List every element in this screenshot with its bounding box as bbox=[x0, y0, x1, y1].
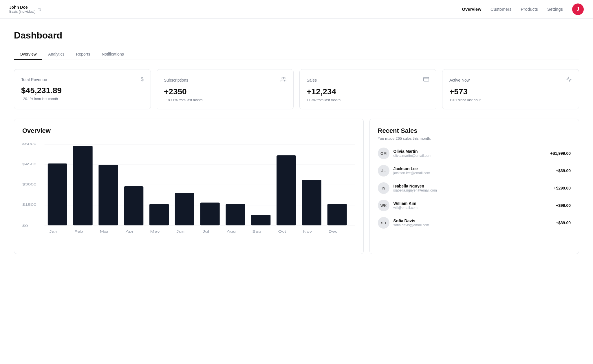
svg-text:Apr: Apr bbox=[126, 230, 133, 233]
svg-rect-1 bbox=[424, 77, 429, 81]
stat-card-sales-value: +12,234 bbox=[307, 87, 429, 96]
navbar: John Doe Basic (individual) ⇅ Overview C… bbox=[0, 0, 593, 19]
svg-rect-21 bbox=[251, 215, 270, 225]
sales-item: JL Jackson Lee jackson.lee@email.com +$3… bbox=[378, 165, 571, 177]
bar-chart: $6000 $4500 $3000 $1500 $0 bbox=[22, 141, 355, 246]
sales-item-info: Jackson Lee jackson.lee@email.com bbox=[393, 166, 552, 175]
svg-text:Jul: Jul bbox=[203, 230, 209, 233]
sales-item-amount: +$99.00 bbox=[556, 203, 571, 208]
tab-overview[interactable]: Overview bbox=[14, 49, 42, 60]
nav-user-info: John Doe Basic (individual) bbox=[9, 5, 36, 14]
nav-link-overview[interactable]: Overview bbox=[462, 7, 481, 12]
nav-user: John Doe Basic (individual) ⇅ bbox=[9, 5, 41, 14]
stat-card-active-change: +201 since last hour bbox=[449, 98, 572, 102]
chevron-up-down-icon[interactable]: ⇅ bbox=[38, 7, 41, 12]
recent-sales-subtitle: You made 265 sales this month. bbox=[378, 136, 571, 141]
nav-link-settings[interactable]: Settings bbox=[547, 7, 563, 12]
sales-item-name: Sofia Davis bbox=[393, 218, 552, 223]
sales-item-email: sofia.davis@email.com bbox=[393, 223, 552, 227]
nav-user-plan: Basic (individual) bbox=[9, 10, 36, 14]
svg-rect-22 bbox=[277, 155, 296, 225]
sales-item: WK William Kim will@email.com +$99.00 bbox=[378, 200, 571, 211]
stat-card-active-header: Active Now bbox=[449, 76, 572, 84]
svg-text:Sep: Sep bbox=[252, 230, 261, 233]
stat-card-active-label: Active Now bbox=[449, 78, 470, 82]
stat-card-active: Active Now +573 +201 since last hour bbox=[442, 69, 579, 109]
sales-list: OM Olivia Martin olivia.martin@email.com… bbox=[378, 148, 571, 229]
stat-card-sales-change: +19% from last month bbox=[307, 98, 429, 102]
tab-analytics[interactable]: Analytics bbox=[42, 49, 70, 60]
sales-item-email: isabella.nguyen@email.com bbox=[393, 188, 550, 192]
stat-card-sales-label: Sales bbox=[307, 78, 317, 82]
svg-text:Jan: Jan bbox=[49, 230, 57, 233]
recent-sales-card: Recent Sales You made 265 sales this mon… bbox=[369, 119, 579, 254]
sales-item-info: Isabella Nguyen isabella.nguyen@email.co… bbox=[393, 184, 550, 192]
chart-title: Overview bbox=[22, 127, 355, 135]
svg-text:Feb: Feb bbox=[74, 230, 83, 233]
svg-text:$1500: $1500 bbox=[22, 203, 36, 206]
stat-card-subscriptions-change: +180.1% from last month bbox=[164, 98, 286, 102]
stat-card-sales: Sales +12,234 +19% from last month bbox=[299, 69, 436, 109]
tab-reports[interactable]: Reports bbox=[70, 49, 96, 60]
avatar-sd: SD bbox=[378, 217, 389, 229]
nav-link-customers[interactable]: Customers bbox=[490, 7, 512, 12]
activity-icon bbox=[566, 76, 572, 84]
avatar-wk: WK bbox=[378, 200, 389, 211]
svg-text:Aug: Aug bbox=[227, 230, 236, 233]
stat-card-revenue-header: Total Revenue $ bbox=[21, 76, 144, 82]
svg-point-0 bbox=[282, 77, 284, 79]
sales-item-amount: +$299.00 bbox=[554, 186, 571, 190]
stat-card-revenue-value: $45,231.89 bbox=[21, 86, 144, 95]
svg-rect-24 bbox=[327, 204, 347, 225]
sales-item: IN Isabella Nguyen isabella.nguyen@email… bbox=[378, 182, 571, 194]
stat-card-subscriptions-label: Subscriptions bbox=[164, 78, 188, 82]
stat-card-revenue: Total Revenue $ $45,231.89 +20.1% from l… bbox=[14, 69, 151, 109]
nav-link-products[interactable]: Products bbox=[521, 7, 538, 12]
sales-item-info: Olivia Martin olivia.martin@email.com bbox=[393, 149, 546, 158]
nav-links: Overview Customers Products Settings bbox=[462, 7, 563, 12]
svg-text:Mar: Mar bbox=[100, 230, 108, 233]
svg-text:$0: $0 bbox=[22, 224, 28, 227]
svg-rect-14 bbox=[73, 146, 93, 225]
dashboard-tabs: Overview Analytics Reports Notifications bbox=[14, 49, 579, 60]
sales-item-email: jackson.lee@email.com bbox=[393, 171, 552, 175]
sales-item-name: Jackson Lee bbox=[393, 166, 552, 171]
sales-item-email: olivia.martin@email.com bbox=[393, 154, 546, 158]
svg-rect-13 bbox=[48, 163, 67, 225]
sales-item-name: Olivia Martin bbox=[393, 149, 546, 154]
svg-text:May: May bbox=[150, 230, 160, 233]
sales-item-amount: +$39.00 bbox=[556, 168, 571, 173]
svg-text:Oct: Oct bbox=[278, 230, 286, 233]
svg-text:$6000: $6000 bbox=[22, 142, 36, 146]
svg-rect-16 bbox=[124, 186, 143, 225]
svg-rect-15 bbox=[98, 165, 118, 225]
tab-notifications[interactable]: Notifications bbox=[96, 49, 129, 60]
chart-card: Overview $6000 $4500 $3000 $1500 $0 bbox=[14, 119, 364, 254]
svg-text:$3000: $3000 bbox=[22, 183, 36, 186]
avatar-in: IN bbox=[378, 182, 389, 194]
stat-card-active-value: +573 bbox=[449, 87, 572, 96]
stat-card-subscriptions-header: Subscriptions bbox=[164, 76, 286, 84]
svg-rect-19 bbox=[200, 203, 220, 225]
main-content: Dashboard Overview Analytics Reports Not… bbox=[0, 19, 593, 266]
sales-item-info: William Kim will@email.com bbox=[393, 201, 552, 210]
bottom-section: Overview $6000 $4500 $3000 $1500 $0 bbox=[14, 119, 579, 254]
chart-area: $6000 $4500 $3000 $1500 $0 bbox=[22, 141, 355, 246]
page-title: Dashboard bbox=[14, 30, 579, 41]
svg-rect-23 bbox=[302, 180, 321, 225]
svg-text:Jun: Jun bbox=[176, 230, 184, 233]
sales-item: OM Olivia Martin olivia.martin@email.com… bbox=[378, 148, 571, 159]
svg-text:Nov: Nov bbox=[303, 230, 312, 233]
users-icon bbox=[281, 76, 286, 84]
sales-item-amount: +$1,999.00 bbox=[550, 151, 571, 156]
dollar-icon: $ bbox=[141, 76, 144, 82]
recent-sales-title: Recent Sales bbox=[378, 127, 571, 135]
avatar[interactable]: J bbox=[572, 3, 584, 15]
stat-card-sales-header: Sales bbox=[307, 76, 429, 84]
svg-rect-18 bbox=[175, 193, 194, 225]
stat-card-subscriptions-value: +2350 bbox=[164, 87, 286, 96]
stat-cards-grid: Total Revenue $ $45,231.89 +20.1% from l… bbox=[14, 69, 579, 109]
credit-card-icon bbox=[423, 76, 429, 84]
stat-card-revenue-change: +20.1% from last month bbox=[21, 97, 144, 101]
sales-item-amount: +$39.00 bbox=[556, 220, 571, 225]
